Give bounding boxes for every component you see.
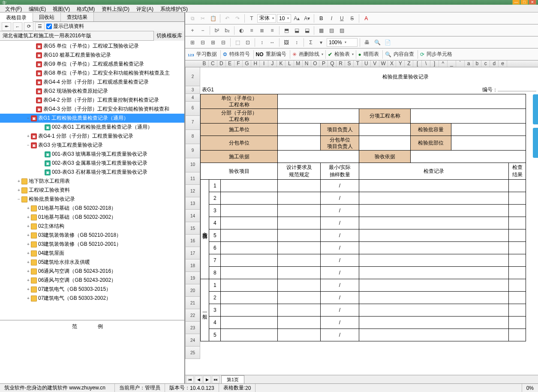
row-headers[interactable]: 234678910111213141516171819202122232425 [185, 67, 200, 359]
tree-node-2[interactable]: ▣表G9 单位（子单位）工程观感质量检查记录 [0, 60, 184, 69]
show-filled-checkbox[interactable]: 显示已填资料 [46, 23, 84, 30]
nav-back-button[interactable]: ← [13, 22, 22, 31]
minimize-button[interactable]: — [512, 0, 520, 5]
tree-node-14[interactable]: ▣003-表G3 石材幕墙分项工程质量验收记录 [0, 168, 184, 177]
font-dec-button[interactable]: A▾ [302, 14, 312, 23]
fontcolor-button[interactable]: A [361, 14, 371, 23]
plus-button[interactable]: + [188, 26, 197, 35]
copy-button[interactable]: ⧉ [188, 14, 197, 23]
check-table-button[interactable]: 检验表 [333, 50, 351, 59]
super-button[interactable]: b² [212, 26, 222, 35]
tree-node-22[interactable]: +03建筑装饰装修（GB 50210-2001） [0, 240, 184, 249]
italic-button[interactable]: I [327, 14, 336, 23]
list-button[interactable]: ☰ [35, 22, 45, 31]
tree-node-13[interactable]: ▣002-表G3 金属幕墙分项工程质量验收记录 [0, 159, 184, 168]
font-inc-button[interactable]: A▴ [292, 14, 301, 23]
tree-node-26[interactable]: +06通风与空调（GB 50243-2002） [0, 276, 184, 285]
strike-button[interactable]: S [347, 14, 357, 23]
cut-button[interactable]: ✂ [198, 14, 207, 23]
weather-table-button[interactable]: 晴雨表 [362, 50, 380, 59]
tree-node-9[interactable]: ▣002-表G1 工程检验批质量检查记录（通用） [0, 123, 184, 132]
menu-format[interactable]: 格式(M) [73, 5, 98, 12]
img-button[interactable]: 🖼 [282, 38, 291, 47]
align-left-button[interactable]: ≡ [247, 26, 256, 35]
tree-node-11[interactable]: −▣表G3 分项工程质量验收记录 [0, 141, 184, 150]
tree-node-18[interactable]: +01地基与基础（GB 50202-2018） [0, 204, 184, 213]
renumber-button[interactable]: 重新编号 [264, 50, 288, 59]
undo-button[interactable]: ↶ [222, 14, 232, 23]
tree-node-3[interactable]: ▣表G8 单位（子单位）工程安全和功能检验资料核查及主 [0, 69, 184, 78]
sheet-tab-1[interactable]: 第1页 [221, 375, 244, 384]
align-center-button[interactable]: ≣ [257, 26, 267, 35]
form-table[interactable]: 单位（子单位） 工程名称 分部（子分部） 工程名称 分项工程名称 施工单位 [200, 94, 526, 341]
sub-button[interactable]: b₂ [222, 26, 232, 35]
menu-upload[interactable]: 资料上报(D) [98, 5, 133, 12]
delcol-button[interactable]: ⊟ [219, 38, 228, 47]
nav-first-button[interactable]: ↞ [2, 22, 11, 31]
sheet[interactable]: 检验批质量验收记录 表G1 编号： 单位（子单位） 工程名称 分部（子分部） 工… [200, 67, 538, 375]
tree-node-7[interactable]: ▣表G4-3 分部（子分部）工程安全和功能检验资料核查和 [0, 105, 184, 114]
tree-node-24[interactable]: +05建筑给水排水及供暖 [0, 258, 184, 267]
menu-rate[interactable]: 评定(A) [133, 5, 157, 12]
sheet-nav-next[interactable]: ▶ [203, 376, 211, 383]
tree-node-19[interactable]: +01地基与基础（GB 50202-2002） [0, 213, 184, 222]
tree-node-28[interactable]: +07建筑电气（GB 50303-2002） [0, 294, 184, 303]
tree-node-12[interactable]: ▣001-表G3 玻璃幕墙分项工程质量验收记录 [0, 150, 184, 159]
sigma-button[interactable]: Σ [306, 38, 316, 47]
bold-button[interactable]: B [316, 14, 326, 23]
menu-maintain[interactable]: 系统维护(S) [157, 5, 191, 12]
fontsize-select[interactable]: 10▾ [277, 14, 291, 23]
tree-node-6[interactable]: ▣表G4-2 分部（子分部）工程质量控制资料检查记录 [0, 96, 184, 105]
underline-button[interactable]: U [337, 14, 346, 23]
text-tool-button[interactable]: T [247, 14, 256, 23]
sort-button[interactable]: ↕ [292, 38, 301, 47]
special-char-button[interactable]: 特殊符号 [228, 50, 251, 59]
insrow-button[interactable]: ⊞ [188, 38, 197, 47]
tree-node-8[interactable]: −▣表G1 工程检验批质量检查记录（通用） [0, 114, 184, 123]
sync-cell-button[interactable]: 同步单元格 [425, 50, 454, 59]
inscol-button[interactable]: ⊞ [208, 38, 218, 47]
redo-button[interactable]: ↷ [233, 14, 242, 23]
tab-catalog[interactable]: 表格目录 [0, 13, 33, 22]
font-select[interactable]: 宋体▾ [257, 14, 276, 23]
column-header[interactable]: BCDEFGHIJKLMNOPQRSTUVWXYZ[\]^_`abcde [185, 60, 538, 67]
tree-node-27[interactable]: +07建筑电气（GB 50303-2015） [0, 285, 184, 294]
sheet-nav-first[interactable]: ⏮ [186, 376, 194, 383]
sheet-nav-prev[interactable]: ◀ [195, 376, 202, 383]
unmerge-button[interactable]: ⊡ [243, 38, 252, 47]
delete-pic-button[interactable]: 画删除线 [298, 50, 321, 59]
export-button[interactable]: 📄 [383, 38, 392, 47]
tree-node-0[interactable]: ▣表G5 单位（子单位）工程竣工预验收记录 [0, 42, 184, 51]
tree-node-17[interactable]: −检验批质量验收记录 [0, 195, 184, 204]
tree-node-10[interactable]: +▣表G4-1 分部（子分部）工程质量验收记录 [0, 132, 184, 141]
tree-node-25[interactable]: +06通风与空调（GB 50243-2016） [0, 267, 184, 276]
self-check-button[interactable]: 内容自查 [392, 50, 415, 59]
side-tabs[interactable] [533, 94, 538, 161]
tab-results[interactable]: 查找结果 [61, 12, 94, 21]
refresh-button[interactable]: ⟳ [24, 22, 33, 31]
sigma-dd-button[interactable]: ▾ [316, 38, 326, 47]
align-right-button[interactable]: ≡ [267, 26, 277, 35]
close-button[interactable]: ✕ [529, 0, 536, 5]
form-tree[interactable]: ▣表G5 单位（子单位）工程竣工预验收记录▣表G10 桩基工程质量验收记录▣表G… [0, 41, 184, 320]
tree-node-16[interactable]: +工程竣工验收资料 [0, 186, 184, 195]
print-button[interactable]: 🖶 [362, 38, 372, 47]
tree-node-5[interactable]: ▣表G2 现场验收检查原始记录 [0, 87, 184, 96]
tree-node-21[interactable]: +03建筑装饰装修（GB 50210-2018） [0, 231, 184, 240]
sheet-nav-last[interactable]: ⏭ [212, 376, 219, 383]
tab-trash[interactable]: 回收站 [33, 12, 61, 21]
menu-view[interactable]: 视图(V) [49, 5, 73, 12]
border2-button[interactable]: ▤ [327, 26, 336, 35]
valign-top-button[interactable]: ⬒ [282, 26, 291, 35]
merge-button[interactable]: ⬚ [233, 38, 242, 47]
preview-button[interactable]: 🔍 [373, 38, 382, 47]
tree-node-20[interactable]: +02主体结构 [0, 222, 184, 231]
maximize-button[interactable]: □ [520, 0, 528, 5]
shape-button[interactable]: ◐ [237, 26, 246, 35]
delrow-button[interactable]: ⊟ [198, 38, 207, 47]
fill-button[interactable]: ▨ [337, 26, 346, 35]
zoom-select[interactable]: 100%▾ [327, 38, 358, 47]
show-filled-input[interactable] [46, 24, 52, 29]
tree-node-1[interactable]: ▣表G10 桩基工程质量验收记录 [0, 51, 184, 60]
minus-button[interactable]: − [198, 26, 207, 35]
